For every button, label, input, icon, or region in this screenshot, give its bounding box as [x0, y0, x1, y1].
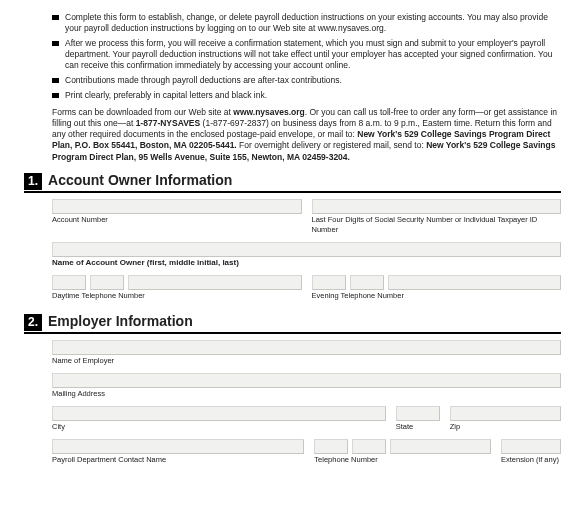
owner-name-label: Name of Account Owner (first, middle ini… [52, 258, 561, 268]
payroll-contact-label: Payroll Department Contact Name [52, 455, 304, 465]
zip-label: Zip [450, 422, 561, 432]
phone-area-input[interactable] [314, 439, 348, 454]
day-phone-prefix-input[interactable] [90, 275, 124, 290]
phone-line-input[interactable] [390, 439, 491, 454]
bullet-icon [52, 41, 59, 46]
account-number-input[interactable] [52, 199, 302, 214]
city-input[interactable] [52, 406, 386, 421]
bullet-icon [52, 93, 59, 98]
eve-phone-area-input[interactable] [312, 275, 346, 290]
section-1-header: 1. Account Owner Information [24, 171, 561, 194]
section-number: 2. [24, 314, 42, 332]
day-phone-label: Daytime Telephone Number [52, 291, 302, 301]
instruction-bullets: Complete this form to establish, change,… [52, 12, 561, 101]
state-label: State [396, 422, 440, 432]
para-text: Forms can be downloaded from our Web sit… [52, 107, 233, 117]
field-phone: Telephone Number [314, 439, 491, 470]
payroll-contact-input[interactable] [52, 439, 304, 454]
phone-prefix-input[interactable] [352, 439, 386, 454]
field-state: State [396, 406, 440, 437]
field-account-number: Account Number [52, 199, 302, 240]
field-payroll-contact: Payroll Department Contact Name [52, 439, 304, 470]
bullet-item: Complete this form to establish, change,… [52, 12, 561, 34]
phone-label: Telephone Number [314, 455, 491, 465]
bullet-item: After we process this form, you will rec… [52, 38, 561, 71]
bullet-text: Print clearly, preferably in capital let… [65, 90, 561, 101]
section-2-header: 2. Employer Information [24, 312, 561, 335]
eve-phone-prefix-input[interactable] [350, 275, 384, 290]
section-1-body: Account Number Last Four Digits of Socia… [52, 199, 561, 306]
bullet-text: After we process this form, you will rec… [65, 38, 561, 71]
day-phone-area-input[interactable] [52, 275, 86, 290]
employer-input[interactable] [52, 340, 561, 355]
phone-number: 1-877-NYSAVES [136, 118, 201, 128]
website: www.nysaves.org [233, 107, 305, 117]
bullet-icon [52, 78, 59, 83]
eve-phone-label: Evening Telephone Number [312, 291, 562, 301]
bullet-text: Complete this form to establish, change,… [65, 12, 561, 34]
account-number-label: Account Number [52, 215, 302, 225]
field-ssn: Last Four Digits of Social Security Numb… [312, 199, 562, 240]
ssn-label: Last Four Digits of Social Security Numb… [312, 215, 562, 235]
bullet-text: Contributions made through payroll deduc… [65, 75, 561, 86]
day-phone-line-input[interactable] [128, 275, 302, 290]
field-employer: Name of Employer [52, 340, 561, 371]
field-extension: Extension (if any) [501, 439, 561, 470]
field-zip: Zip [450, 406, 561, 437]
mailing-instructions: Forms can be downloaded from our Web sit… [52, 107, 561, 162]
field-owner-name: Name of Account Owner (first, middle ini… [52, 242, 561, 273]
field-eve-phone: Evening Telephone Number [312, 275, 562, 306]
mailing-input[interactable] [52, 373, 561, 388]
field-mailing: Mailing Address [52, 373, 561, 404]
ssn-input[interactable] [312, 199, 562, 214]
field-city: City [52, 406, 386, 437]
section-title: Employer Information [48, 312, 193, 330]
city-label: City [52, 422, 386, 432]
extension-label: Extension (if any) [501, 455, 561, 465]
bullet-item: Print clearly, preferably in capital let… [52, 90, 561, 101]
zip-input[interactable] [450, 406, 561, 421]
para-text: For overnight delivery or registered mai… [237, 140, 426, 150]
extension-input[interactable] [501, 439, 561, 454]
state-input[interactable] [396, 406, 440, 421]
section-title: Account Owner Information [48, 171, 232, 189]
mailing-label: Mailing Address [52, 389, 561, 399]
eve-phone-line-input[interactable] [388, 275, 562, 290]
owner-name-input[interactable] [52, 242, 561, 257]
section-number: 1. [24, 173, 42, 191]
section-2-body: Name of Employer Mailing Address City St… [52, 340, 561, 469]
employer-label: Name of Employer [52, 356, 561, 366]
bullet-icon [52, 15, 59, 20]
field-day-phone: Daytime Telephone Number [52, 275, 302, 306]
bullet-item: Contributions made through payroll deduc… [52, 75, 561, 86]
